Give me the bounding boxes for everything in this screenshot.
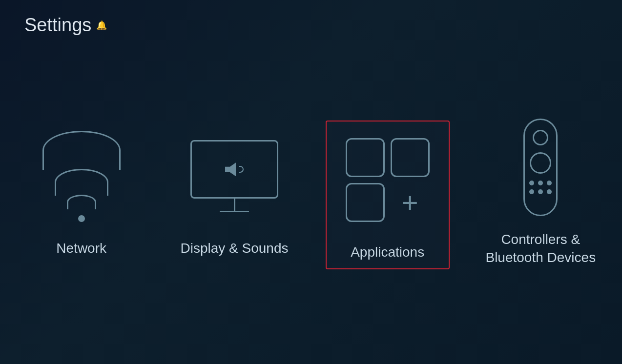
settings-item-applications[interactable]: + Applications [326,121,450,269]
apps-icon: + [338,131,437,229]
display-sounds-icon-container [172,122,296,230]
bell-icon: 🔔 [96,20,107,31]
remote-icon [523,119,558,216]
network-icon-container [20,122,143,230]
speaker-body [225,162,236,176]
monitor-stand [234,199,235,211]
remote-circle-button [530,152,551,174]
monitor-icon [190,140,278,212]
controllers-icon-container [479,114,602,221]
app-square-1 [346,138,385,177]
remote-dot-6 [547,189,552,194]
settings-grid: Network Display & Sounds [0,45,622,364]
remote-dot-3 [547,181,552,185]
remote-dot-4 [529,189,534,194]
controllers-label: Controllers & Bluetooth Devices [479,221,602,276]
app-plus: + [391,183,430,222]
remote-dots-grid [529,181,552,194]
remote-body [523,119,558,216]
remote-dot-5 [538,189,543,194]
title-text: Settings [24,15,91,36]
plus-symbol: + [402,188,418,217]
network-label: Network [51,230,111,267]
display-sounds-label: Display & Sounds [176,230,293,267]
wifi-arc-large [42,131,121,170]
wifi-arc-medium [55,169,108,196]
remote-top-button [533,130,548,145]
speaker-wave [239,166,244,173]
monitor-base [220,211,249,212]
settings-item-display-sounds[interactable]: Display & Sounds [172,122,296,267]
page-title: Settings 🔔 [24,15,598,36]
header: Settings 🔔 [0,0,622,45]
wifi-icon [42,131,121,222]
app-square-3 [346,183,385,222]
speaker-icon [225,162,244,176]
app-square-2 [391,138,430,177]
settings-item-controllers[interactable]: Controllers & Bluetooth Devices [479,114,602,276]
remote-dot-1 [529,181,534,185]
wifi-dot [78,215,85,222]
remote-dot-2 [538,181,543,185]
applications-label: Applications [346,234,429,268]
wifi-arc-small [67,195,96,209]
settings-item-network[interactable]: Network [20,122,143,267]
applications-icon-container: + [332,126,444,234]
monitor-screen [190,140,278,199]
speaker-waves [239,166,244,173]
